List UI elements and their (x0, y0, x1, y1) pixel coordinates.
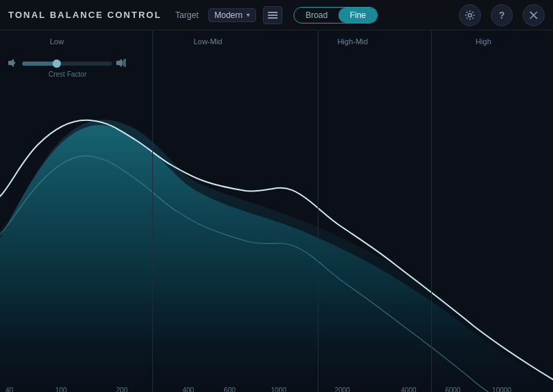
header: TONAL BALANCE CONTROL Target Modern ▾ Br… (0, 0, 553, 30)
broad-fine-toggle: Broad Fine (293, 7, 377, 24)
slider-fill (22, 62, 57, 66)
freq-100: 100 (55, 386, 67, 392)
divider-highmid-high (431, 30, 432, 392)
audio-high-icon (116, 58, 126, 69)
svg-marker-11 (119, 59, 122, 67)
settings-button[interactable] (459, 4, 481, 26)
freq-10000: 10000 (492, 386, 511, 392)
crest-factor-label: Crest Factor (48, 71, 87, 78)
freq-6000: 6000 (445, 386, 460, 392)
freq-200: 200 (116, 386, 128, 392)
pin-button[interactable] (523, 4, 545, 26)
freq-600: 600 (224, 386, 236, 392)
band-label-low: Low (50, 37, 64, 46)
freq-40: 40 (6, 386, 13, 392)
divider-low-lowmid (152, 30, 153, 392)
band-label-low-mid: Low-Mid (194, 37, 223, 46)
chevron-down-icon: ▾ (246, 11, 250, 19)
hamburger-icon (268, 12, 278, 19)
pin-icon (529, 10, 538, 20)
gear-icon (464, 10, 475, 21)
broad-button[interactable]: Broad (294, 8, 338, 23)
freq-4000: 4000 (401, 386, 416, 392)
divider-lowmid-highmid (318, 30, 318, 392)
svg-rect-10 (116, 61, 119, 65)
menu-button[interactable] (263, 6, 282, 24)
app-title: TONAL BALANCE CONTROL (8, 10, 161, 20)
svg-rect-1 (268, 15, 278, 16)
freq-400: 400 (183, 386, 194, 392)
speaker-low-icon (8, 59, 18, 67)
frequency-curve (0, 30, 553, 392)
help-button[interactable]: ? (491, 4, 513, 26)
freq-1000: 1000 (271, 386, 287, 392)
freq-2000: 2000 (334, 386, 350, 392)
target-value: Modern (215, 10, 243, 20)
svg-rect-0 (268, 12, 278, 13)
fine-button[interactable]: Fine (338, 8, 377, 23)
band-label-high-mid: High-Mid (337, 37, 368, 46)
svg-rect-2 (268, 17, 278, 19)
crest-factor-slider[interactable] (22, 62, 112, 66)
svg-rect-7 (8, 61, 11, 65)
speaker-high-icon (116, 59, 126, 67)
target-label: Target (175, 10, 198, 20)
svg-marker-8 (11, 59, 14, 67)
crest-factor-control: Crest Factor (8, 58, 126, 69)
main-display: Low Low-Mid High-Mid High Cres (0, 30, 553, 392)
audio-low-icon (8, 58, 18, 69)
question-icon: ? (499, 10, 505, 21)
band-label-high: High (475, 37, 491, 46)
target-select[interactable]: Modern ▾ (208, 8, 257, 22)
slider-thumb[interactable] (53, 59, 61, 68)
svg-point-3 (469, 13, 472, 17)
